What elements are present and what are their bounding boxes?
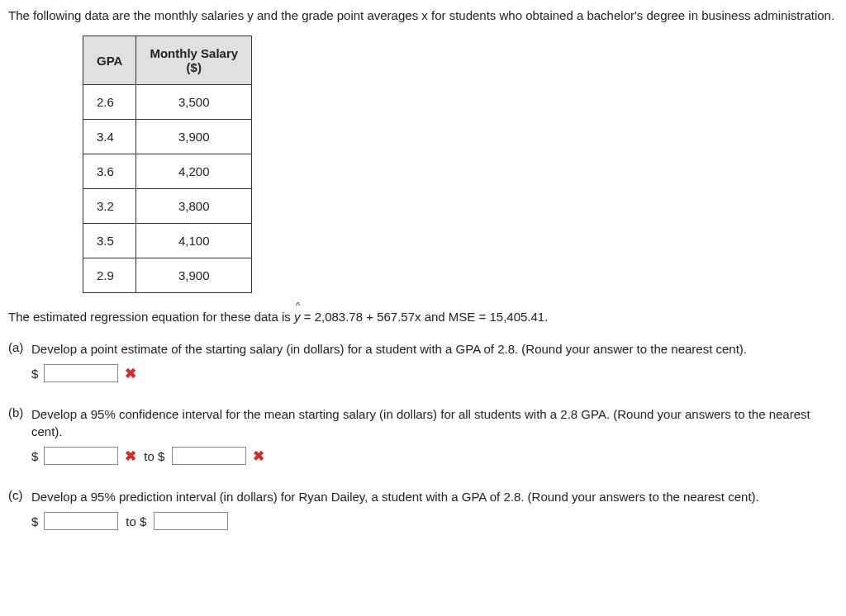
table-row: 3.4 3,900 [83, 120, 252, 154]
cell-gpa: 3.2 [83, 189, 136, 224]
cell-gpa: 2.9 [83, 258, 136, 293]
incorrect-icon: ✖ [125, 448, 136, 465]
question-a-label: (a) [8, 340, 31, 354]
table-header-gpa: GPA [83, 36, 136, 85]
answer-c-lower-input[interactable] [44, 512, 118, 530]
cell-gpa: 3.5 [83, 224, 136, 258]
table-header-salary: Monthly Salary ($) [136, 36, 252, 85]
cell-salary: 4,100 [136, 224, 252, 258]
question-b-text: Develop a 95% confidence interval for th… [31, 405, 838, 440]
cell-gpa: 2.6 [83, 85, 136, 120]
data-table: GPA Monthly Salary ($) 2.6 3,500 3.4 3,9… [83, 36, 252, 293]
answer-b-upper-input[interactable] [172, 447, 246, 465]
cell-gpa: 3.4 [83, 120, 136, 154]
cell-gpa: 3.6 [83, 154, 136, 189]
cell-salary: 3,900 [136, 258, 252, 293]
incorrect-icon: ✖ [125, 365, 136, 382]
question-b-label: (b) [8, 405, 31, 419]
answer-b-lower-input[interactable] [44, 447, 118, 465]
dollar-sign: $ [31, 514, 38, 528]
incorrect-icon: ✖ [253, 448, 264, 465]
question-c-label: (c) [8, 488, 31, 502]
cell-salary: 3,500 [136, 85, 252, 120]
table-row: 2.9 3,900 [83, 258, 252, 293]
to-label: to $ [144, 449, 164, 463]
answer-c-upper-input[interactable] [154, 512, 228, 530]
answer-a-input[interactable] [44, 364, 118, 382]
dollar-sign: $ [31, 367, 38, 381]
question-c-text: Develop a 95% prediction interval (in do… [31, 488, 838, 505]
question-a-text: Develop a point estimate of the starting… [31, 340, 838, 358]
regression-text: The estimated regression equation for th… [8, 308, 838, 325]
table-row: 2.6 3,500 [83, 85, 252, 120]
table-row: 3.6 4,200 [83, 154, 252, 189]
cell-salary: 3,800 [136, 189, 252, 224]
table-row: 3.2 3,800 [83, 189, 252, 224]
table-row: 3.5 4,100 [83, 224, 252, 258]
cell-salary: 3,900 [136, 120, 252, 154]
to-label: to $ [126, 514, 146, 528]
dollar-sign: $ [31, 449, 38, 463]
cell-salary: 4,200 [136, 154, 252, 189]
intro-text: The following data are the monthly salar… [8, 7, 838, 24]
